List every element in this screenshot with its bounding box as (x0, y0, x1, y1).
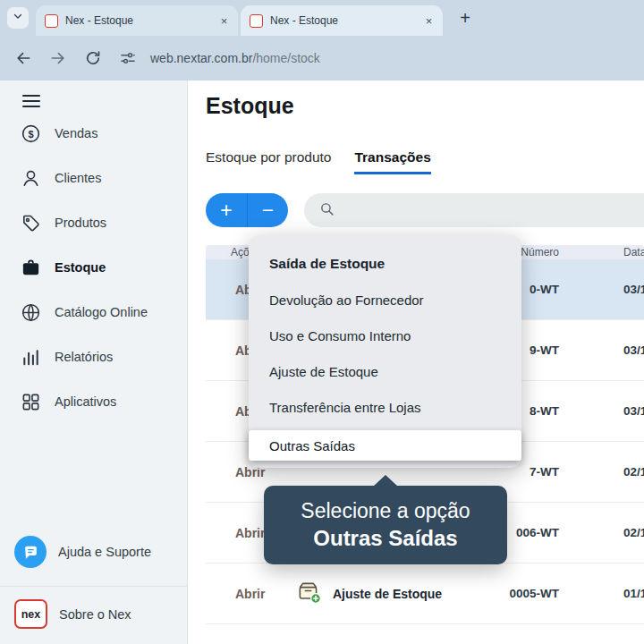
sidebar-item-vendas[interactable]: $ Vendas (0, 111, 187, 156)
row-number: 0005-WT (489, 587, 623, 600)
stock-adjust-box-icon (295, 579, 322, 608)
tab-estoque-por-produto[interactable]: Estoque por produto (206, 149, 331, 174)
row-date: 02/1 (623, 526, 644, 539)
sidebar-item-aplicativos[interactable]: Aplicativos (0, 379, 187, 424)
menu-item-outras-saidas[interactable]: Outras Saídas (249, 430, 521, 461)
site-settings-button[interactable] (119, 49, 137, 67)
row-date: 03/1 (623, 343, 644, 357)
new-tab-button[interactable]: + (453, 6, 477, 30)
briefcase-icon (21, 258, 41, 278)
address-bar: web.nextar.com.br/home/stock (0, 36, 644, 80)
open-link[interactable]: Abrir (235, 587, 265, 601)
dollar-circle-icon: $ (21, 123, 41, 144)
sidebar-item-clientes[interactable]: Clientes (0, 156, 187, 200)
tab-title: Nex - Estoque (270, 14, 414, 27)
sidebar-item-label: Catálogo Online (55, 305, 148, 319)
url-path: /home/stock (252, 51, 319, 65)
coachmark-tooltip: Selecione a opção Outras Saídas (264, 486, 507, 564)
search-bar[interactable] (304, 193, 644, 227)
open-link[interactable]: Abrir (235, 526, 265, 540)
close-tab-icon[interactable]: × (216, 13, 232, 29)
menu-header: Saída de Estoque (249, 246, 521, 282)
remove-transaction-button[interactable]: − (247, 193, 288, 227)
sidebar-item-relatorios[interactable]: Relatórios (0, 335, 187, 379)
forward-button[interactable] (49, 49, 67, 67)
reload-icon (84, 49, 102, 67)
svg-text:$: $ (28, 128, 33, 139)
add-transaction-button[interactable]: + (206, 193, 247, 227)
person-icon (21, 168, 41, 189)
page-title: Estoque (206, 93, 644, 119)
sidebar-item-label: Estoque (55, 260, 106, 275)
tab-title: Nex - Estoque (65, 14, 209, 27)
tooltip-line-2: Outras Saídas (313, 526, 457, 551)
about-label: Sobre o Nex (59, 607, 131, 622)
nex-logo: nex (14, 599, 47, 629)
transaction-type: Ajuste de Estoque (333, 587, 442, 601)
toolbar: + − (206, 193, 644, 227)
back-button[interactable] (14, 49, 32, 67)
reload-button[interactable] (84, 49, 102, 67)
stock-out-menu: Saída de Estoque Devolução ao Fornecedor… (249, 235, 521, 468)
chat-icon (14, 536, 47, 568)
row-date: 01/1 (623, 587, 644, 600)
sidebar-item-label: Vendas (55, 126, 97, 140)
hamburger-icon (22, 95, 40, 97)
table-row: Abrir Ajuste de Estoque 0005-WT 01/1 (206, 564, 644, 624)
tab-search-button[interactable] (7, 7, 29, 29)
forward-arrow-icon (49, 49, 67, 67)
sidebar-item-label: Produtos (55, 216, 106, 230)
bar-chart-icon (21, 347, 41, 368)
close-tab-icon[interactable]: × (421, 13, 436, 29)
globe-icon (21, 302, 41, 323)
browser-tab-strip: Nex - Estoque × Nex - Estoque × + (0, 0, 644, 36)
stock-action-buttons: + − (206, 193, 288, 227)
sidebar-item-catalogo-online[interactable]: Catálogo Online (0, 290, 187, 335)
header-data: Data (623, 246, 644, 258)
menu-item-uso-consumo-interno[interactable]: Uso e Consumo Interno (249, 318, 521, 353)
url-domain: web.nextar.com.br (150, 51, 252, 65)
row-number: 006-WT (489, 526, 623, 539)
search-icon (319, 201, 335, 220)
tag-icon (21, 213, 41, 233)
grid-icon (21, 392, 41, 412)
tab-transacoes[interactable]: Transações (354, 149, 430, 174)
row-date: 03/1 (623, 404, 644, 418)
back-arrow-icon (14, 49, 32, 67)
row-date: 02/1 (623, 465, 644, 479)
sidebar-item-label: Relatórios (55, 350, 113, 364)
tune-icon (119, 49, 137, 67)
sidebar-item-estoque[interactable]: Estoque (0, 245, 187, 290)
sidebar: $ Vendas Clientes Produtos Estoque Catál… (0, 80, 188, 644)
sidebar-item-ajuda-suporte[interactable]: Ajuda e Suporte (0, 526, 187, 578)
nex-favicon (45, 14, 58, 28)
view-tabs: Estoque por produto Transações (206, 149, 644, 174)
sidebar-bottom: Ajuda e Suporte nex Sobre o Nex (0, 526, 187, 641)
search-input[interactable] (343, 203, 644, 217)
sidebar-item-produtos[interactable]: Produtos (0, 200, 187, 245)
url-field[interactable]: web.nextar.com.br/home/stock (150, 51, 320, 65)
help-label: Ajuda e Suporte (58, 545, 151, 559)
sidebar-item-sobre-nex[interactable]: nex Sobre o Nex (0, 587, 187, 641)
tooltip-line-1: Selecione a opção (301, 499, 470, 523)
nex-favicon (250, 14, 263, 28)
browser-tab-1[interactable]: Nex - Estoque × (36, 5, 238, 36)
browser-tab-2[interactable]: Nex - Estoque × (241, 5, 443, 36)
sidebar-item-label: Clientes (55, 171, 101, 185)
menu-item-devolucao-fornecedor[interactable]: Devolução ao Fornecedor (249, 282, 521, 318)
menu-item-ajuste-de-estoque[interactable]: Ajuste de Estoque (249, 353, 521, 389)
browser-window: Nex - Estoque × Nex - Estoque × + web.ne… (0, 0, 644, 644)
sidebar-item-label: Aplicativos (55, 394, 116, 409)
chevron-down-icon (12, 10, 24, 26)
menu-toggle-button[interactable] (22, 95, 40, 107)
row-date: 03/1 (623, 283, 644, 296)
menu-item-transferencia-lojas[interactable]: Transferência entre Lojas (249, 389, 521, 425)
